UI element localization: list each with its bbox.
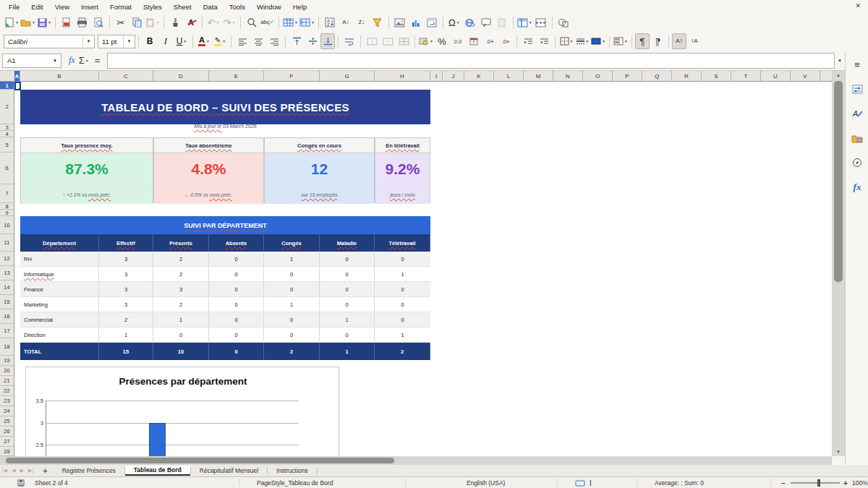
sidebar-styles-button[interactable]: A bbox=[846, 104, 868, 123]
show-draw-functions-button[interactable] bbox=[556, 14, 571, 30]
decrease-indent-button[interactable] bbox=[536, 33, 552, 49]
sidebar-gallery-button[interactable] bbox=[846, 129, 868, 147]
align-bottom-button[interactable] bbox=[320, 33, 335, 49]
wrap-text-button[interactable] bbox=[341, 33, 357, 49]
sheet-tab-recapitulatif-mensuel[interactable]: Récapitulatif Mensuel bbox=[191, 466, 267, 476]
horizontal-scrollbar-thumb[interactable] bbox=[6, 458, 394, 463]
sort-ascending-button[interactable]: A↓ bbox=[338, 14, 354, 30]
special-character-button[interactable]: Ω▼ bbox=[446, 14, 462, 30]
menu-item[interactable]: Tools bbox=[224, 1, 251, 12]
column-header-D[interactable]: D bbox=[153, 71, 209, 81]
insert-column-button[interactable]: ▼ bbox=[299, 14, 315, 30]
row-header-1[interactable]: 1 bbox=[0, 82, 14, 90]
spelling-button[interactable]: abç✓ bbox=[260, 14, 276, 30]
column-header-U[interactable]: U bbox=[761, 71, 791, 81]
vertical-scrollbar-thumb[interactable] bbox=[834, 81, 843, 282]
column-header-V[interactable]: V bbox=[791, 71, 820, 81]
row-header-25[interactable]: 25 bbox=[0, 416, 14, 427]
sidebar-properties-button[interactable] bbox=[846, 80, 868, 98]
sheet-tab-registre-presences[interactable]: Registre Présences bbox=[54, 466, 124, 476]
row-header-27[interactable]: 27 bbox=[0, 437, 14, 447]
zoom-slider[interactable] bbox=[791, 482, 840, 484]
row-header-17[interactable]: 17 bbox=[0, 324, 14, 338]
row-header-26[interactable]: 26 bbox=[0, 427, 14, 437]
column-header-E[interactable]: E bbox=[209, 71, 264, 81]
merge-center-button[interactable] bbox=[380, 33, 396, 49]
scroll-up-icon[interactable]: ▲ bbox=[832, 71, 845, 80]
sum-icon[interactable]: Σ bbox=[79, 55, 85, 66]
row-header-28[interactable]: 28 bbox=[0, 447, 14, 456]
sheet-tab-tableau-de-bord[interactable]: Tableau de Bord bbox=[125, 466, 190, 476]
sidebar-functions-button[interactable]: fx bbox=[846, 178, 868, 197]
previous-sheet-icon[interactable]: ◀ bbox=[9, 468, 17, 474]
row-header-12[interactable]: 12 bbox=[0, 252, 14, 266]
column-header-Q[interactable]: Q bbox=[642, 71, 672, 81]
print-button[interactable] bbox=[75, 14, 90, 30]
save-button[interactable]: ▼ bbox=[36, 14, 52, 30]
unmerge-cells-button[interactable] bbox=[396, 33, 412, 49]
column-header-C[interactable]: C bbox=[99, 71, 153, 81]
font-color-button[interactable]: A▼ bbox=[196, 33, 212, 49]
column-header-L[interactable]: L bbox=[494, 71, 524, 81]
cut-button[interactable]: ✂ bbox=[113, 14, 129, 30]
align-center-button[interactable] bbox=[250, 33, 266, 49]
conditional-formatting-button[interactable]: ▼ bbox=[613, 33, 629, 49]
column-header-O[interactable]: O bbox=[583, 71, 613, 81]
zoom-slider-handle[interactable] bbox=[817, 479, 820, 487]
currency-format-button[interactable]: ▼ bbox=[418, 33, 434, 49]
insert-comment-button[interactable] bbox=[478, 14, 494, 30]
zoom-out-icon[interactable]: − bbox=[781, 479, 786, 487]
column-header-R[interactable]: R bbox=[672, 71, 702, 81]
percent-format-button[interactable]: % bbox=[434, 33, 450, 49]
menu-item[interactable]: File bbox=[3, 1, 25, 12]
row-header-19[interactable]: 19 bbox=[0, 356, 14, 366]
text-direction-rotate-button[interactable]: ↕A bbox=[686, 33, 702, 49]
add-sheet-icon[interactable]: + bbox=[35, 466, 53, 475]
row-header-20[interactable]: 20 bbox=[0, 366, 14, 376]
row-header-2[interactable]: 2 bbox=[0, 90, 14, 124]
row-header-10[interactable]: 10 bbox=[0, 216, 14, 234]
formula-input[interactable] bbox=[107, 53, 835, 69]
menu-item[interactable]: Data bbox=[197, 1, 224, 12]
menu-item[interactable]: Styles bbox=[137, 1, 168, 12]
insert-chart-button[interactable] bbox=[408, 14, 424, 30]
bold-button[interactable]: B bbox=[142, 33, 158, 49]
row-header-13[interactable]: 13 bbox=[0, 266, 14, 281]
sort-button[interactable]: AZ bbox=[322, 14, 338, 30]
zoom-in-icon[interactable]: + bbox=[843, 479, 848, 487]
border-style-button[interactable]: ▼ bbox=[574, 33, 590, 49]
menu-item[interactable]: Edit bbox=[25, 1, 48, 12]
menu-item[interactable]: Format bbox=[104, 1, 137, 12]
clear-formatting-button[interactable]: A bbox=[183, 14, 199, 30]
paste-button[interactable]: ▼ bbox=[145, 14, 161, 30]
split-window-button[interactable] bbox=[533, 14, 549, 30]
headers-footers-button[interactable] bbox=[494, 14, 510, 30]
vertical-scrollbar[interactable]: ▲ ▼ bbox=[832, 71, 845, 456]
row-header-4[interactable]: 4 bbox=[0, 131, 14, 137]
clone-formatting-button[interactable] bbox=[167, 14, 183, 30]
underline-button[interactable]: U▼ bbox=[174, 33, 190, 49]
delete-decimal-button[interactable]: .0× bbox=[498, 33, 514, 49]
column-headers[interactable]: ABCDEFGHIJKLMNOPQRSTUV bbox=[0, 71, 832, 82]
increase-indent-button[interactable] bbox=[520, 33, 536, 49]
row-header-22[interactable]: 22 bbox=[0, 386, 14, 396]
sum-dropdown-icon[interactable]: ▼ bbox=[85, 59, 89, 63]
name-box[interactable]: A1▼ bbox=[2, 53, 61, 68]
merge-cells-button[interactable] bbox=[364, 33, 380, 49]
first-sheet-icon[interactable]: |◀ bbox=[0, 468, 9, 474]
column-header-H[interactable]: H bbox=[375, 71, 430, 81]
font-name-dropdown-icon[interactable]: ▼ bbox=[82, 35, 94, 48]
column-header-B[interactable]: B bbox=[20, 71, 99, 81]
menu-item[interactable]: Window bbox=[251, 1, 287, 12]
column-header-K[interactable]: K bbox=[464, 71, 494, 81]
sort-descending-button[interactable]: Z↓ bbox=[354, 14, 370, 30]
equals-icon[interactable]: = bbox=[95, 55, 101, 66]
redo-button[interactable]: ↷▼ bbox=[221, 14, 237, 30]
font-size-dropdown-icon[interactable]: ▼ bbox=[123, 35, 135, 48]
add-decimal-button[interactable]: .0+ bbox=[482, 33, 498, 49]
name-box-dropdown-icon[interactable]: ▼ bbox=[49, 59, 61, 63]
zoom-level[interactable]: 100% bbox=[852, 479, 868, 487]
borders-button[interactable]: ▼ bbox=[558, 33, 574, 49]
row-header-14[interactable]: 14 bbox=[0, 281, 14, 295]
row-header-15[interactable]: 15 bbox=[0, 295, 14, 309]
